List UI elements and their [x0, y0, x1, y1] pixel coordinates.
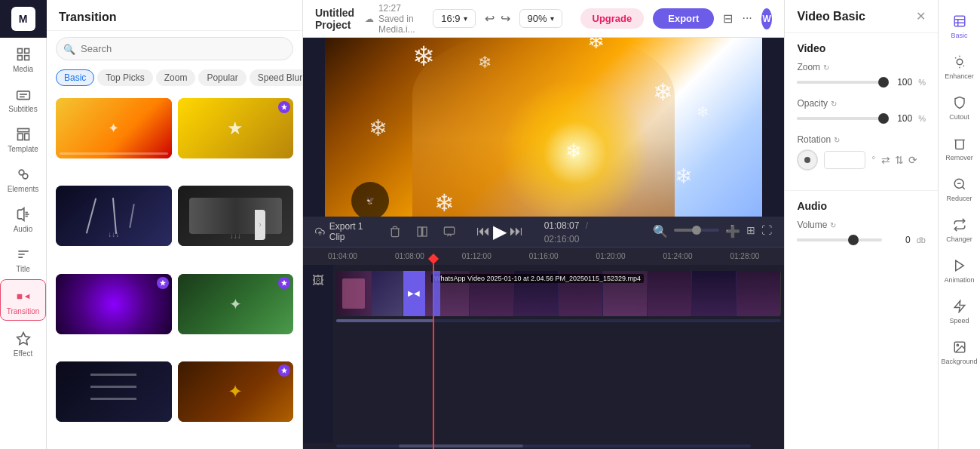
tool-speed[interactable]: Speed [939, 291, 980, 331]
tool-changer[interactable]: Changer [939, 210, 980, 249]
video-strip[interactable]: ▶◀ WhatsApp Video 2025-01-10 at 2.04.56 … [336, 271, 781, 316]
upgrade-button[interactable]: Upgrade [580, 8, 645, 29]
project-title[interactable]: Untitled Project [315, 7, 356, 31]
svg-rect-15 [17, 294, 22, 300]
tool-animation[interactable]: Animation [939, 251, 980, 290]
sidebar-item-template[interactable]: Template [0, 118, 46, 158]
sidebar-label-audio: Audio [14, 225, 33, 233]
tool-basic[interactable]: Basic [939, 6, 980, 45]
delete-clip-btn[interactable] [386, 223, 404, 241]
rotate-icon[interactable]: ⟳ [908, 154, 917, 166]
thumbnail-1[interactable]: ✦ [56, 98, 172, 158]
volume-label: Volume ↻ [797, 220, 926, 230]
sidebar-item-subtitles[interactable]: Subtitles [0, 78, 46, 118]
video-section: Video Zoom ↻ 100 % [785, 33, 938, 190]
zoom-slider-thumb[interactable] [878, 77, 889, 88]
scrollbar-thumb[interactable] [399, 444, 523, 447]
app-logo[interactable]: M [11, 7, 35, 31]
zoom-out-icon[interactable]: 🔍 [653, 224, 668, 238]
zoom-refresh-icon[interactable]: ↻ [823, 63, 829, 72]
tool-enhancer[interactable]: Enhancer [939, 47, 980, 86]
zoom-btn[interactable]: 90% ▾ [519, 9, 562, 28]
thumbnail-7[interactable] [56, 361, 172, 422]
snowflake-10: ❄ [697, 103, 709, 121]
aspect-ratio-btn[interactable]: 16:9 ▾ [433, 9, 475, 28]
zoom-value: 100 [890, 77, 912, 88]
tool-reducer[interactable]: Reducer [939, 169, 980, 208]
zoom-in-icon[interactable]: ➕ [725, 224, 740, 238]
volume-refresh-icon[interactable]: ↻ [830, 221, 836, 229]
opacity-slider-thumb[interactable] [878, 113, 889, 124]
sidebar-item-effect[interactable]: Effect [0, 322, 46, 362]
svg-rect-2 [17, 56, 22, 60]
opacity-slider-track[interactable] [797, 117, 884, 120]
grid-view-icon[interactable]: ⊞ [746, 224, 755, 238]
sidebar-label-subtitles: Subtitles [8, 105, 37, 113]
subtitles-toggle-icon[interactable]: ⊟ [723, 11, 733, 26]
thumbnail-8[interactable]: ✦ [178, 361, 294, 422]
transition-marker[interactable] [433, 271, 440, 316]
filter-tab-popular[interactable]: Popular [198, 69, 246, 86]
fullscreen-icon[interactable]: ⛶ [761, 224, 772, 238]
filter-tab-speed-blur[interactable]: Speed Blur [250, 69, 302, 86]
flip-v-icon[interactable]: ⇅ [895, 154, 904, 166]
video-basic-title: Video Basic [797, 10, 865, 23]
changer-tool-icon [951, 216, 969, 234]
timeline-scrollbar[interactable] [303, 443, 784, 449]
scrollbar-track[interactable] [336, 444, 751, 447]
export-button[interactable]: Export [653, 8, 714, 29]
sidebar-item-title[interactable]: Title [0, 238, 46, 278]
zoom-slider-thumb[interactable] [692, 226, 701, 235]
thumbnail-3[interactable]: ↓↓↓ [56, 186, 172, 246]
thumbnail-6[interactable]: ✦ [178, 274, 294, 334]
thumbnail-5[interactable] [56, 274, 172, 334]
tool-background[interactable]: Background [939, 332, 980, 371]
prev-frame-icon[interactable]: ⏮ [476, 223, 490, 239]
zoom-slider-track[interactable] [797, 81, 884, 84]
play-pause-icon[interactable]: ▶ [493, 221, 507, 242]
sidebar-item-media[interactable]: Media [0, 38, 46, 78]
volume-slider-track[interactable] [797, 238, 881, 241]
rotation-input[interactable]: 0.00 [824, 151, 865, 169]
user-avatar[interactable]: W [761, 8, 773, 29]
sidebar-item-transition[interactable]: Transition [0, 279, 46, 321]
thumbnail-2[interactable]: ★ [178, 98, 294, 158]
volume-unit: db [917, 235, 926, 244]
close-panel-btn[interactable]: ✕ [916, 9, 926, 23]
zoom-slider[interactable] [674, 229, 719, 232]
filter-tab-top-picks[interactable]: Top Picks [97, 69, 152, 86]
thumbnail-4[interactable]: ↓↓↓ [178, 186, 294, 246]
tool-remover[interactable]: Remover [939, 128, 980, 168]
tool-speed-label: Speed [949, 317, 969, 324]
trim-clip-btn[interactable] [440, 223, 458, 241]
premium-badge-6 [278, 277, 290, 289]
filter-tab-zoom[interactable]: Zoom [156, 69, 196, 86]
opacity-property: Opacity ↻ 100 % [797, 98, 926, 124]
redo-btn[interactable]: ↪ [501, 11, 510, 26]
flip-h-icon[interactable]: ⇄ [881, 154, 890, 166]
tool-remover-label: Remover [945, 154, 973, 161]
volume-slider-thumb[interactable] [848, 235, 859, 245]
snowflake-1: ❄ [587, 38, 605, 54]
right-tools-bar: Basic Enhancer Cutout Remover Reducer [938, 0, 980, 449]
more-options-icon[interactable]: ··· [742, 11, 752, 26]
search-input[interactable] [56, 37, 293, 60]
rotation-refresh-icon[interactable]: ↻ [834, 136, 840, 144]
tool-cutout[interactable]: Cutout [939, 88, 980, 127]
sidebar-item-elements[interactable]: Elements [0, 158, 46, 198]
panel-collapse-btn[interactable]: › [255, 210, 265, 240]
dial-indicator [804, 157, 810, 163]
timeline-progress-bar[interactable] [336, 319, 781, 322]
opacity-refresh-icon[interactable]: ↻ [831, 100, 837, 108]
sidebar-item-audio[interactable]: Audio [0, 198, 46, 238]
undo-btn[interactable]: ↩ [485, 11, 495, 26]
next-frame-icon[interactable]: ⏭ [510, 223, 523, 239]
video-basic-panel: Video Basic ✕ Video Zoom ↻ 100 % [784, 0, 938, 449]
filter-tab-basic[interactable]: Basic [56, 69, 94, 86]
strip-transition[interactable]: ▶◀ [403, 271, 426, 316]
search-container: 🔍 [56, 37, 293, 60]
svg-rect-4 [17, 91, 29, 100]
export-clip-btn[interactable]: Export 1 Clip [315, 221, 377, 242]
split-clip-btn[interactable] [413, 223, 431, 241]
rotation-dial[interactable] [797, 149, 818, 171]
